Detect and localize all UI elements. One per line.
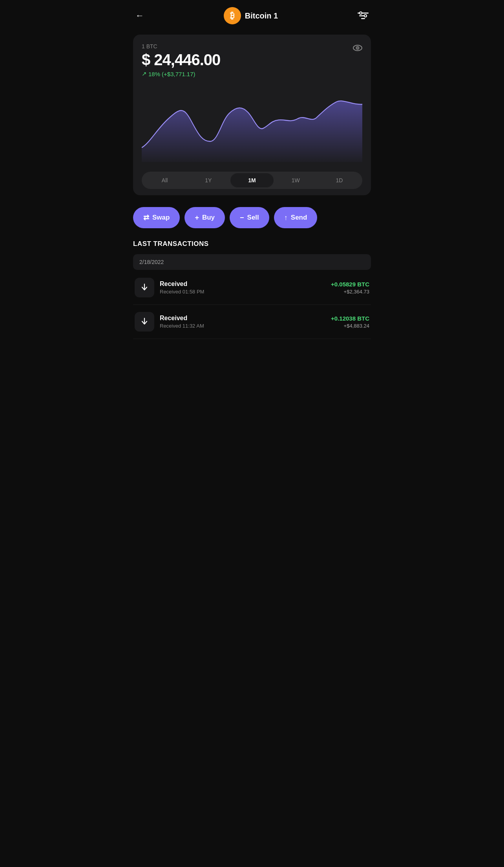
change-amt: (+$3,771.17) [162, 71, 195, 77]
change-arrow-icon: ↗ [142, 70, 147, 77]
header: ← ₿ Bitcoin 1 [126, 0, 378, 31]
send-icon: ↑ [284, 214, 288, 222]
chart-change: ↗ 18% (+$3,771.17) [142, 70, 362, 77]
send-label: Send [291, 214, 307, 222]
receive-arrow-down-icon [140, 317, 149, 326]
action-buttons-row: ⇄ Swap + Buy − Sell ↑ Send [126, 203, 378, 235]
price-chart [142, 84, 362, 166]
transaction-amounts: +0.12038 BTC +$4,883.24 [331, 315, 369, 329]
swap-label: Swap [152, 214, 170, 222]
tab-1y[interactable]: 1Y [187, 173, 230, 187]
eye-icon [352, 42, 363, 53]
transaction-usd-amount: +$4,883.24 [331, 323, 369, 329]
buy-button[interactable]: + Buy [184, 207, 225, 228]
svg-rect-2 [361, 18, 365, 19]
chart-price: $ 24,446.00 [142, 51, 362, 69]
tab-1d[interactable]: 1D [318, 173, 361, 187]
header-center: ₿ Bitcoin 1 [224, 7, 278, 24]
receive-arrow-down-icon [140, 283, 149, 292]
buy-label: Buy [202, 214, 215, 222]
swap-icon: ⇄ [143, 213, 149, 222]
time-period-tabs: All 1Y 1M 1W 1D [142, 172, 362, 189]
filter-icon [358, 11, 369, 20]
back-button[interactable]: ← [135, 11, 144, 21]
svg-point-7 [357, 48, 358, 49]
transaction-subtitle: Received 11:32 AM [160, 323, 325, 329]
tab-all[interactable]: All [143, 173, 186, 187]
transaction-icon-wrap [135, 278, 154, 297]
chart-card: 1 BTC $ 24,446.00 ↗ 18% (+$3,771.17) [133, 35, 371, 195]
transaction-btc-amount: +0.05829 BTC [331, 281, 369, 288]
sell-icon: − [240, 214, 244, 222]
sell-label: Sell [247, 214, 259, 222]
transaction-title: Received [160, 280, 325, 288]
page-title: Bitcoin 1 [245, 11, 278, 20]
visibility-toggle-button[interactable] [352, 42, 363, 55]
transaction-icon-wrap [135, 312, 154, 332]
transaction-info: Received Received 01:58 PM [160, 280, 325, 295]
svg-point-4 [364, 15, 367, 17]
transaction-item[interactable]: Received Received 11:32 AM +0.12038 BTC … [133, 305, 371, 339]
transaction-amounts: +0.05829 BTC +$2,364.73 [331, 281, 369, 295]
tab-1w[interactable]: 1W [274, 173, 317, 187]
transaction-date-header: 2/18/2022 [133, 254, 371, 270]
buy-icon: + [195, 214, 199, 222]
send-button[interactable]: ↑ Send [274, 207, 318, 228]
change-pct: 18% [148, 71, 160, 77]
svg-point-3 [360, 12, 362, 14]
transaction-item[interactable]: Received Received 01:58 PM +0.05829 BTC … [133, 271, 371, 305]
back-arrow-icon: ← [135, 11, 144, 21]
transaction-subtitle: Received 01:58 PM [160, 289, 325, 295]
transaction-usd-amount: +$2,364.73 [331, 289, 369, 295]
bitcoin-logo-icon: ₿ [224, 7, 241, 24]
swap-button[interactable]: ⇄ Swap [133, 207, 180, 228]
sell-button[interactable]: − Sell [230, 207, 269, 228]
tab-1m[interactable]: 1M [230, 173, 273, 187]
transaction-info: Received Received 11:32 AM [160, 315, 325, 329]
section-title: LAST TRANSACTIONS [133, 240, 371, 248]
transaction-btc-amount: +0.12038 BTC [331, 315, 369, 322]
chart-unit: 1 BTC [142, 43, 362, 49]
transaction-title: Received [160, 315, 325, 322]
filter-button[interactable] [358, 11, 369, 20]
transactions-section: LAST TRANSACTIONS 2/18/2022 Received Rec… [126, 235, 378, 339]
